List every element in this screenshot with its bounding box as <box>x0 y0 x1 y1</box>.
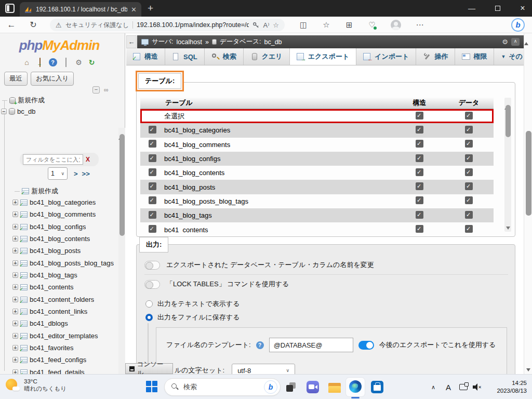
tab-privileges[interactable]: 権限 <box>455 48 494 65</box>
tree-new-table[interactable]: 新規作成 <box>15 187 116 196</box>
tree-table-item[interactable]: +bc41_content_folders <box>12 296 117 303</box>
tree-table-item[interactable]: +bc41_blog_tags <box>12 271 117 279</box>
tree-table-item[interactable]: +bc41_blog_categories <box>12 198 117 206</box>
favorite-star-icon[interactable]: ☆ <box>273 21 279 29</box>
structure-checkbox[interactable] <box>416 154 423 162</box>
row-checkbox[interactable] <box>149 225 156 233</box>
data-checkbox[interactable] <box>465 112 473 119</box>
chat-button[interactable] <box>305 380 320 394</box>
help-icon[interactable]: ? <box>256 341 264 349</box>
filter-input[interactable] <box>23 154 83 165</box>
tab-structure[interactable]: 構造 <box>126 48 165 65</box>
collapse-expander-icon[interactable]: − <box>1 109 7 114</box>
expand-icon[interactable]: + <box>12 309 18 314</box>
row-checkbox[interactable] <box>149 126 156 134</box>
rename-toggle[interactable] <box>144 261 160 270</box>
url-text[interactable]: 192.168.100.1/pma/index.php?route=/datab… <box>137 21 249 29</box>
tab-query[interactable]: クエリ <box>244 48 290 65</box>
data-checkbox[interactable] <box>465 182 473 190</box>
expand-icon[interactable]: + <box>12 211 18 217</box>
tree-table-item[interactable]: +bc41_blog_contents <box>12 235 117 243</box>
sidebar-scrollbar[interactable] <box>118 128 125 399</box>
expand-icon[interactable]: + <box>12 333 18 339</box>
reload-navigation-icon[interactable]: ↻ <box>88 58 96 66</box>
structure-checkbox[interactable] <box>416 140 423 148</box>
table-scrollbar-thumb[interactable] <box>506 105 511 137</box>
page-next-link[interactable]: > <box>74 170 78 178</box>
microsoft-store-button[interactable] <box>370 380 384 394</box>
expand-icon[interactable]: + <box>12 200 18 205</box>
row-checkbox[interactable] <box>149 211 156 219</box>
page-scrollbar[interactable] <box>524 33 532 374</box>
file-explorer-button[interactable] <box>327 380 342 394</box>
page-last-link[interactable]: >> <box>82 170 90 178</box>
tree-table-item[interactable]: +bc41_contents <box>12 283 117 291</box>
favorites-bar-icon[interactable]: ☆ <box>320 17 332 33</box>
database-value[interactable]: bc_db <box>264 38 282 46</box>
scroll-down-icon[interactable] <box>506 227 510 230</box>
ime-mode-indicator[interactable]: A <box>443 375 454 399</box>
logout-icon[interactable] <box>39 58 41 67</box>
tree-table-item[interactable]: +bc41_feed_configs <box>12 356 117 364</box>
task-view-button[interactable] <box>284 380 298 394</box>
weather-widget[interactable]: 33°C 晴れのちくもり <box>5 378 66 392</box>
data-checkbox[interactable] <box>465 126 473 134</box>
row-checkbox[interactable] <box>149 196 156 204</box>
taskbar-search[interactable]: 検索 b <box>164 378 281 396</box>
page-select[interactable]: 1∨ <box>48 167 68 180</box>
help-icon[interactable]: ? <box>49 58 57 66</box>
data-checkbox[interactable] <box>465 225 473 233</box>
tab-close-icon[interactable]: ✕ <box>131 6 137 13</box>
page-settings-gear-icon[interactable]: ⚙ <box>502 38 508 46</box>
structure-checkbox[interactable] <box>416 196 423 204</box>
browser-tab[interactable]: 192.168.100.1 / localhost / bc_db ✕ <box>20 2 141 17</box>
console-bar[interactable]: コンソール <box>125 363 173 374</box>
structure-checkbox[interactable] <box>416 211 423 219</box>
bing-icon[interactable]: b <box>264 380 277 394</box>
row-checkbox[interactable] <box>149 182 156 190</box>
row-checkbox[interactable] <box>149 154 156 162</box>
expand-icon[interactable]: + <box>12 236 18 242</box>
data-checkbox[interactable] <box>465 140 473 148</box>
window-close-button[interactable]: × <box>511 0 532 17</box>
expand-icon[interactable]: + <box>12 345 18 351</box>
tree-table-item[interactable]: +bc41_dblogs <box>12 320 117 327</box>
expand-icon[interactable]: + <box>12 297 18 302</box>
tree-table-item[interactable]: +bc41_blog_posts <box>12 247 117 255</box>
expand-icon[interactable]: + <box>12 248 18 254</box>
server-value[interactable]: localhost <box>177 38 202 46</box>
row-checkbox[interactable] <box>149 168 156 176</box>
tree-table-item[interactable]: +bc41_favorites <box>12 344 117 352</box>
structure-checkbox[interactable] <box>416 182 423 190</box>
expand-icon[interactable]: + <box>12 357 18 363</box>
expand-icon[interactable]: + <box>12 260 18 266</box>
settings-menu-icon[interactable]: ⋯ <box>414 17 426 33</box>
settings-gear-icon[interactable]: ⚙ <box>75 58 83 66</box>
split-screen-icon[interactable]: ◫ <box>297 17 310 33</box>
taskbar-clock[interactable]: 14:25 2023/08/13 <box>497 375 527 399</box>
bing-chat-button[interactable]: b <box>511 18 525 32</box>
address-bar[interactable]: ⚠ セキュリティ保護なし 192.168.100.1/pma/index.php… <box>50 19 285 31</box>
structure-checkbox[interactable] <box>416 112 423 119</box>
tab-actions-icon[interactable] <box>5 4 15 13</box>
structure-checkbox[interactable] <box>416 225 423 233</box>
structure-checkbox[interactable] <box>416 126 423 134</box>
expand-icon[interactable]: + <box>12 224 18 230</box>
display-tray-icon[interactable] <box>457 375 470 399</box>
profile-avatar[interactable] <box>391 20 401 30</box>
window-restore-button[interactable] <box>486 0 510 17</box>
expand-icon[interactable]: + <box>12 272 18 278</box>
expand-icon[interactable]: + <box>12 321 18 326</box>
collections-icon[interactable]: ⊞ <box>343 17 355 33</box>
back-button[interactable]: ← <box>5 17 18 33</box>
browser-essentials-icon[interactable]: ♡ <box>366 17 378 33</box>
tree-new-database[interactable]: 新規作成 <box>2 96 116 105</box>
home-icon[interactable]: ⌂ <box>23 58 31 66</box>
password-key-icon[interactable] <box>252 22 259 29</box>
tab-search[interactable]: 検索 <box>205 48 244 65</box>
volume-muted-icon[interactable]: ✕ <box>471 375 483 399</box>
row-checkbox[interactable] <box>149 140 156 148</box>
data-checkbox[interactable] <box>465 154 473 162</box>
tab-sql[interactable]: SQL <box>165 48 205 65</box>
tree-table-item[interactable]: +bc41_content_links <box>12 308 117 315</box>
